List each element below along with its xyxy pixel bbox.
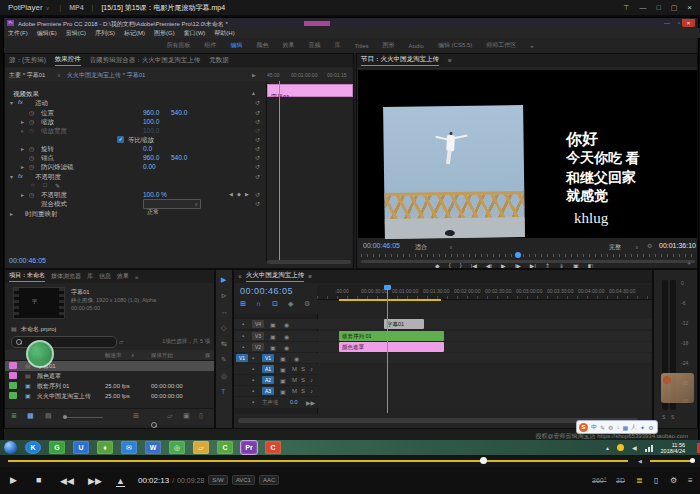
twirl-closed-icon[interactable]: ▸ bbox=[21, 127, 24, 134]
taskbar-icon-mail[interactable]: ✉ bbox=[121, 441, 137, 454]
snap-icon[interactable]: ∩ bbox=[256, 300, 261, 307]
rotation-value[interactable]: 0.0 bbox=[143, 145, 152, 152]
reset-icon[interactable]: ↺ bbox=[255, 136, 260, 143]
taskbar-icon[interactable]: ◎ bbox=[169, 441, 185, 454]
label-color-chip[interactable] bbox=[9, 372, 17, 379]
tray-expand-icon[interactable]: ▴ bbox=[606, 444, 609, 451]
tab-audio-clip-mixer[interactable]: 音频剪辑混合器：火火中国龙淘宝上传 bbox=[90, 56, 201, 65]
goto-out-icon[interactable]: ▶| bbox=[530, 262, 536, 269]
ime-download-icon[interactable]: ↓ bbox=[616, 424, 619, 430]
timeline-ruler[interactable]: :00:00 00:00:30:00 00:01:00:00 00:01:30:… bbox=[317, 285, 653, 300]
button-editor-icon[interactable]: + bbox=[687, 260, 691, 267]
tab-source[interactable]: 源：(无剪辑) bbox=[9, 56, 46, 65]
menu-sequence[interactable]: 序列(S) bbox=[95, 29, 115, 38]
mark-out-icon[interactable]: } bbox=[460, 262, 462, 268]
ec-zoom-scrollbar[interactable] bbox=[267, 260, 351, 264]
fit-select[interactable]: 适合 bbox=[415, 243, 427, 252]
uniform-scale-checkbox[interactable]: ✓ bbox=[117, 136, 124, 143]
opacity-value[interactable]: 100.0 % bbox=[143, 191, 167, 198]
rect-mask-icon[interactable]: □ bbox=[43, 182, 47, 188]
reset-icon[interactable]: ↺ bbox=[255, 173, 260, 180]
solo-left-button[interactable]: S bbox=[662, 414, 665, 420]
lift-icon[interactable]: ⇑ bbox=[545, 262, 550, 269]
fullscreen-icon[interactable]: ▢ bbox=[671, 4, 678, 12]
reset-icon[interactable]: ↺ bbox=[255, 99, 260, 106]
play-button[interactable]: ▶ bbox=[10, 476, 17, 485]
reset-icon[interactable]: ↺ bbox=[255, 163, 260, 170]
menu-clip[interactable]: 剪辑(C) bbox=[66, 29, 86, 38]
next-button[interactable]: ▶▶ bbox=[88, 477, 102, 486]
volume-speaker-icon[interactable]: ◀ bbox=[638, 458, 642, 464]
export-frame-icon[interactable]: ▣ bbox=[573, 262, 579, 269]
collapse-icon[interactable]: ▲ bbox=[251, 90, 256, 96]
taskbar-icon-explorer[interactable]: ▱ bbox=[193, 441, 209, 454]
workspace-audio2[interactable]: Audio bbox=[409, 43, 424, 49]
premiere-close-icon[interactable]: × bbox=[682, 19, 695, 27]
sync-lock-icon[interactable]: ▣ bbox=[270, 333, 276, 340]
position-x-value[interactable]: 960.0 bbox=[143, 109, 159, 116]
source-patch-badge[interactable]: V1 bbox=[236, 354, 248, 362]
time-remap-label[interactable]: 时间重映射 bbox=[25, 210, 58, 219]
volume-track[interactable] bbox=[650, 460, 694, 462]
clip-nested-sequence[interactable]: 嵌套序列 01 bbox=[339, 331, 444, 341]
hand-tool-icon[interactable]: ◎ bbox=[221, 372, 227, 380]
mute-button[interactable]: M bbox=[292, 366, 297, 372]
track-v2[interactable]: ▪ V2 ▣ ◉ 颜色遮罩 bbox=[234, 342, 652, 352]
master-clip-label[interactable]: 主要 * 字幕01 bbox=[9, 71, 45, 80]
sync-lock-icon[interactable]: ▣ bbox=[280, 388, 286, 395]
lock-icon[interactable]: ▪ bbox=[252, 399, 254, 405]
lock-icon[interactable]: ▪ bbox=[252, 355, 254, 361]
fx-badge-icon[interactable]: fx bbox=[18, 99, 23, 105]
mic-icon[interactable]: ♪ bbox=[310, 388, 313, 394]
track-badge[interactable]: V2 bbox=[252, 343, 264, 351]
twirl-open-icon[interactable]: ▾ bbox=[10, 173, 13, 180]
taskbar-icon-word[interactable]: W bbox=[145, 441, 161, 454]
antiflicker-value[interactable]: 0.00 bbox=[143, 163, 156, 170]
zoom-slider[interactable] bbox=[63, 417, 103, 418]
insert-overwrite-icon[interactable]: ⊞ bbox=[240, 300, 246, 308]
ime-logo-icon[interactable]: S bbox=[579, 423, 588, 432]
pen-mask-icon[interactable]: ✎ bbox=[55, 182, 60, 189]
chevron-down-icon[interactable]: ∨ bbox=[46, 5, 50, 11]
ime-lang-icon[interactable]: 中 bbox=[591, 423, 597, 432]
menu-file[interactable]: 文件(F) bbox=[8, 29, 28, 38]
find-icon[interactable] bbox=[151, 414, 157, 429]
reset-icon[interactable]: ↺ bbox=[255, 145, 260, 152]
sync-lock-icon[interactable]: ▣ bbox=[270, 321, 276, 328]
tab-program[interactable]: 节目：火火中国龙淘宝上传 bbox=[361, 55, 439, 66]
settings-button[interactable]: ⚙ bbox=[670, 476, 677, 485]
workspace-custom[interactable]: 师师工作区 bbox=[486, 41, 516, 50]
workspace-assembly[interactable]: 组件 bbox=[204, 41, 216, 50]
premiere-maximize-icon[interactable]: ▫ bbox=[678, 20, 680, 26]
solo-button[interactable]: S bbox=[301, 388, 305, 394]
workspace-effects[interactable]: 效果 bbox=[282, 41, 294, 50]
mic-icon[interactable]: ♪ bbox=[310, 366, 313, 372]
track-master[interactable]: ▪ 主声道 0.0 ▶▶ bbox=[234, 397, 652, 408]
reset-icon[interactable]: ↺ bbox=[255, 118, 260, 125]
playlist-button[interactable]: ≡ bbox=[688, 476, 693, 485]
tab-info[interactable]: 信息 bbox=[99, 272, 111, 281]
track-a3[interactable]: ▪ A3 ▣ M S ♪ bbox=[234, 386, 652, 396]
keyframe-prev-icon[interactable]: ◀ bbox=[229, 191, 233, 197]
mute-button[interactable]: M bbox=[292, 388, 297, 394]
settings-wrench-icon[interactable]: ⚙ bbox=[647, 242, 652, 249]
volume-knob[interactable] bbox=[690, 458, 695, 463]
automate-to-sequence-icon[interactable]: ⊞ bbox=[133, 412, 139, 420]
anchor-x-value[interactable]: 960.0 bbox=[143, 154, 159, 161]
list-view-icon[interactable]: ≣ bbox=[11, 412, 17, 420]
icon-view-icon[interactable]: ▦ bbox=[27, 412, 34, 420]
track-a1[interactable]: ▪ A1 ▣ M S ♪ bbox=[234, 364, 652, 374]
tab-sequence[interactable]: 火火中国龙淘宝上传 bbox=[246, 271, 305, 282]
panel-menu-icon[interactable]: ≡ bbox=[448, 57, 452, 64]
trash-icon[interactable]: ▯ bbox=[199, 412, 203, 420]
minimize-icon[interactable]: — bbox=[639, 4, 646, 11]
ellipse-mask-icon[interactable]: ○ bbox=[31, 182, 35, 188]
track-badge[interactable]: A3 bbox=[262, 387, 274, 395]
workspace-editing[interactable]: 编辑 bbox=[230, 41, 242, 50]
reset-icon[interactable]: ↺ bbox=[255, 109, 260, 116]
lock-icon[interactable]: ▪ bbox=[242, 344, 244, 350]
workspace-overflow-icon[interactable]: » bbox=[530, 43, 533, 49]
type-tool-icon[interactable]: T bbox=[221, 388, 225, 395]
taskbar-icon[interactable]: G bbox=[49, 441, 65, 454]
track-a2[interactable]: ▪ A2 ▣ M S ♪ bbox=[234, 375, 652, 385]
